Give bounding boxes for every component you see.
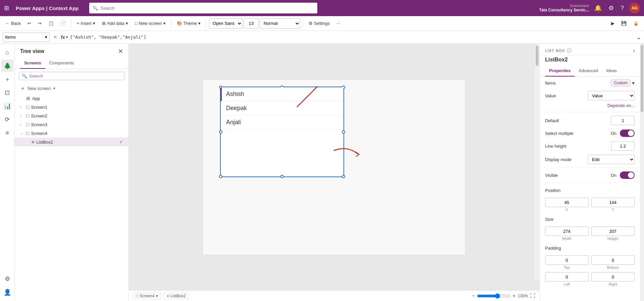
tree-item-app[interactable]: ⊞ App [15, 94, 128, 103]
search-bar[interactable]: 🔍 [89, 3, 317, 13]
formula-expand-chevron[interactable]: ⌄ [636, 34, 641, 41]
copy-button[interactable]: 📋 [46, 19, 56, 27]
user-bottom-button[interactable]: 👤 [1, 286, 13, 298]
zoom-in-button[interactable]: + [513, 293, 516, 299]
font-select[interactable]: Open Sans [209, 18, 243, 29]
right-tabs: Properties Advanced Ideas [540, 65, 640, 77]
property-dropdown[interactable]: Items ▾ [3, 33, 50, 42]
tree-item-screen3[interactable]: › □ Screen3 [15, 120, 128, 129]
listbox-item-ashish[interactable]: Ashish [221, 87, 343, 101]
position-coord-row: X Y [540, 196, 640, 213]
items-label: Items [545, 81, 556, 86]
tab-screens[interactable]: Screens [20, 58, 45, 69]
tree-search-box[interactable]: 🔍 [19, 72, 124, 80]
pos-x-input[interactable] [545, 198, 589, 207]
tab-ideas[interactable]: Ideas [602, 65, 621, 77]
help-button[interactable]: ? [619, 3, 625, 13]
preview-button[interactable]: ▶ [608, 19, 617, 27]
new-screen-tree-button[interactable]: ＋ New screen ▾ [15, 83, 128, 94]
handle-br[interactable] [342, 175, 345, 178]
handle-bl[interactable] [219, 175, 222, 178]
listbox-badge[interactable]: ≡ ListBox2 [164, 293, 189, 299]
undo-button[interactable]: ↩ [25, 19, 34, 27]
tree-close-button[interactable]: ✕ [118, 48, 123, 55]
waffle-icon[interactable]: ⊞ [4, 4, 9, 12]
pad-bottom-input[interactable] [591, 255, 635, 265]
pos-y-input[interactable] [591, 198, 635, 207]
tree-item-listbox2[interactable]: ≡ ListBox2 ✓ ··· [15, 138, 128, 146]
screen4-badge[interactable]: □ Screen4 ▾ [133, 293, 161, 299]
pad-top-input[interactable] [545, 255, 589, 265]
value-dropdown[interactable]: Value [588, 91, 635, 100]
listbox-item-anjali[interactable]: Anjali [221, 115, 343, 130]
visible-toggle[interactable] [620, 171, 635, 179]
add-data-button[interactable]: ⊞ Add data ▾ [99, 19, 131, 27]
tree-tabs: Screens Components [15, 58, 128, 69]
items-custom-badge[interactable]: Custom [611, 80, 631, 86]
tree-search-input[interactable] [29, 73, 121, 79]
canvas-scroll-area[interactable]: Ashish Deepak Anjali [129, 44, 539, 290]
analytics-icon-button[interactable]: 📊 [1, 100, 13, 112]
tree-item-screen2[interactable]: › □ Screen2 [15, 111, 128, 120]
style-select[interactable]: Normal [260, 18, 300, 29]
insert-icon-button[interactable]: ＋ [1, 73, 13, 85]
select-multiple-toggle[interactable] [620, 130, 635, 137]
avatar[interactable]: AG [629, 3, 640, 13]
items-dropdown-chevron[interactable]: ▾ [632, 80, 635, 86]
default-input[interactable] [611, 116, 635, 125]
display-mode-dropdown[interactable]: Edit [588, 155, 635, 164]
new-screen-button[interactable]: □ New screen ▾ [132, 19, 168, 27]
theme-button[interactable]: 🎨 Theme ▾ [174, 19, 203, 27]
divider4 [303, 19, 303, 28]
size-h-group: Height [591, 227, 635, 241]
tree-view-button[interactable]: 🌲 [1, 60, 13, 72]
fullscreen-button[interactable]: ⛶ [530, 293, 535, 299]
home-icon-button[interactable]: ⌂ [1, 46, 13, 58]
handle-right[interactable] [342, 130, 345, 134]
settings-bottom-button[interactable]: ⚙ [1, 273, 13, 285]
visible-toggle-knob [628, 172, 634, 178]
more-button[interactable]: ··· [334, 19, 343, 27]
tree-item-screen4[interactable]: ⌄ □ Screen4 [15, 129, 128, 138]
publish-button[interactable]: 🔒 [631, 19, 641, 27]
tab-advanced[interactable]: Advanced [575, 65, 602, 77]
listbox-widget[interactable]: Ashish Deepak Anjali [220, 87, 344, 177]
save-button[interactable]: 💾 [619, 19, 629, 27]
notification-button[interactable]: 🔔 [593, 3, 603, 13]
pad-right-input[interactable] [591, 272, 635, 282]
divider1 [71, 19, 71, 28]
insert-button[interactable]: + Insert ▾ [74, 19, 98, 27]
paste-button[interactable]: 📄 [58, 19, 68, 27]
tab-properties[interactable]: Properties [545, 65, 575, 77]
variables-icon-button[interactable]: ≡ [1, 127, 13, 139]
size-width-label: Width [545, 237, 589, 241]
zoom-slider[interactable] [477, 293, 511, 299]
tab-components[interactable]: Components [45, 58, 78, 69]
search-input[interactable] [101, 6, 314, 11]
right-expand-button[interactable]: › [633, 48, 635, 54]
redo-button[interactable]: ↪ [35, 19, 44, 27]
tree-item-screen1[interactable]: › □ Screen1 [15, 103, 128, 111]
formula-input[interactable] [70, 35, 634, 40]
handle-left[interactable] [219, 130, 222, 134]
listbox-item-deepak[interactable]: Deepak [221, 101, 343, 115]
settings-icon-button[interactable]: ⚙ [607, 3, 615, 13]
size-height-input[interactable] [591, 227, 635, 236]
handle-bottom[interactable] [280, 175, 284, 178]
size-width-input[interactable] [545, 227, 589, 236]
zoom-out-button[interactable]: − [472, 293, 475, 299]
back-button[interactable]: ← Back [3, 19, 23, 27]
visible-value-container: On [581, 171, 635, 179]
data-icon-button[interactable]: ⊡ [1, 87, 13, 99]
depends-on-link[interactable]: Depends on... [607, 103, 635, 108]
right-scroll-track[interactable] [640, 44, 644, 301]
line-height-input[interactable] [611, 141, 635, 151]
settings-button[interactable]: ⚙ Settings [306, 19, 332, 27]
help-icon[interactable]: ⓘ [567, 48, 572, 54]
pad-left-group: Left [545, 272, 589, 286]
flow-icon-button[interactable]: ⟳ [1, 113, 13, 126]
pad-left-input[interactable] [545, 272, 589, 282]
top-bar: ⊞ Power Apps | Context App 🔍 Environment… [0, 0, 644, 16]
font-size-input[interactable] [244, 18, 259, 29]
formula-fx[interactable]: fx ▾ [61, 35, 67, 40]
